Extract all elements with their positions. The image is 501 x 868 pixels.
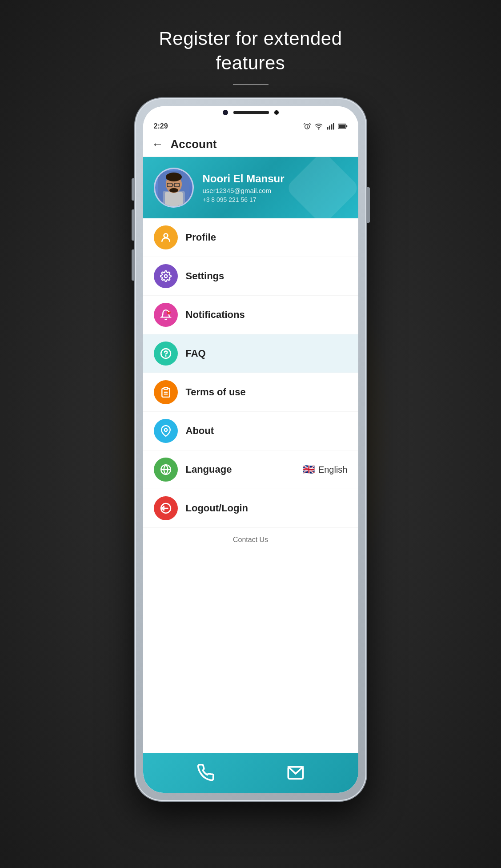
front-camera: [223, 110, 228, 115]
signal-icon: [326, 122, 334, 130]
bell-icon: [160, 309, 172, 321]
profile-banner: Noori El Mansur user12345@gmail.com +3 8…: [143, 157, 358, 218]
menu-item-logout[interactable]: Logout/Login: [143, 489, 358, 528]
phone-screen: 2:29: [143, 106, 358, 793]
email-icon: [287, 764, 305, 782]
sensor: [274, 110, 279, 115]
volume-up-button: [132, 178, 134, 201]
settings-icon-circle: [154, 264, 178, 288]
status-bar: 2:29: [143, 117, 358, 133]
contact-label: Contact Us: [233, 536, 268, 544]
profile-phone: +3 8 095 221 56 17: [203, 196, 285, 203]
language-value: 🇬🇧 English: [303, 464, 348, 475]
faq-icon-circle: [154, 342, 178, 366]
terms-icon-circle: [154, 380, 178, 404]
svg-point-1: [318, 129, 319, 129]
power-button: [367, 187, 370, 223]
question-icon: [160, 348, 172, 359]
status-icons: [303, 122, 348, 130]
svg-rect-7: [346, 125, 347, 128]
settings-label: Settings: [186, 270, 348, 282]
notifications-icon-circle: [154, 303, 178, 327]
about-label: About: [186, 425, 348, 437]
uk-flag: 🇬🇧: [303, 464, 315, 475]
logout-label: Logout/Login: [186, 502, 348, 514]
contact-line-right: [273, 540, 347, 540]
menu-item-faq[interactable]: FAQ: [143, 334, 358, 373]
svg-rect-8: [338, 125, 345, 129]
menu-item-about[interactable]: About: [143, 412, 358, 450]
phone-call-button[interactable]: [195, 762, 217, 784]
svg-point-13: [166, 173, 182, 181]
avatar: [154, 168, 194, 208]
camera-row: [143, 106, 358, 117]
language-label: Language: [186, 464, 295, 475]
back-button[interactable]: ←: [152, 137, 164, 151]
svg-point-17: [169, 188, 178, 193]
svg-rect-4: [331, 125, 332, 130]
logout-icon: [160, 502, 172, 514]
notifications-label: Notifications: [186, 309, 348, 321]
email-button[interactable]: [285, 762, 307, 784]
menu-item-notifications[interactable]: Notifications: [143, 296, 358, 334]
svg-rect-5: [333, 123, 334, 130]
status-time: 2:29: [154, 122, 168, 130]
svg-point-19: [164, 275, 167, 278]
svg-point-18: [164, 234, 168, 238]
screen-title: Account: [171, 137, 217, 151]
menu-item-language[interactable]: Language 🇬🇧 English: [143, 450, 358, 489]
about-icon-circle: [154, 419, 178, 443]
logout-icon-circle: [154, 496, 178, 520]
alarm-icon: [303, 122, 311, 130]
faq-label: FAQ: [186, 348, 348, 359]
svg-rect-3: [329, 126, 330, 130]
profile-info: Noori El Mansur user12345@gmail.com +3 8…: [203, 173, 285, 203]
svg-rect-2: [327, 127, 328, 130]
menu-item-settings[interactable]: Settings: [143, 257, 358, 296]
profile-icon-circle: [154, 225, 178, 249]
gear-icon: [160, 270, 172, 282]
contact-section: Contact Us: [143, 528, 358, 548]
bixby-button: [132, 249, 134, 281]
avatar-image: [158, 171, 189, 206]
language-icon-circle: [154, 458, 178, 482]
profile-label: Profile: [186, 232, 348, 243]
menu-item-terms[interactable]: Terms of use: [143, 373, 358, 412]
title-divider: [233, 84, 269, 85]
terms-label: Terms of use: [186, 386, 348, 398]
wifi-icon: [315, 122, 323, 130]
contact-line-left: [154, 540, 228, 540]
phone-frame: 2:29: [135, 98, 366, 801]
menu-item-profile[interactable]: Profile: [143, 218, 358, 257]
svg-rect-23: [164, 387, 168, 389]
language-text: English: [318, 465, 348, 475]
location-icon: [160, 425, 172, 437]
svg-rect-11: [165, 192, 183, 206]
app-header: ← Account: [143, 133, 358, 157]
bottom-bar: [143, 753, 358, 793]
profile-email: user12345@gmail.com: [203, 187, 285, 194]
battery-icon: [338, 123, 348, 129]
page-title: Register for extended features: [159, 27, 342, 75]
clipboard-icon: [160, 386, 172, 398]
profile-name: Noori El Mansur: [203, 173, 285, 185]
speaker: [233, 111, 269, 114]
menu-list: Profile Settings: [143, 218, 358, 753]
user-icon: [160, 232, 172, 243]
volume-down-button: [132, 209, 134, 241]
globe-icon: [160, 464, 172, 475]
phone-icon: [197, 764, 215, 782]
svg-point-26: [164, 429, 167, 432]
